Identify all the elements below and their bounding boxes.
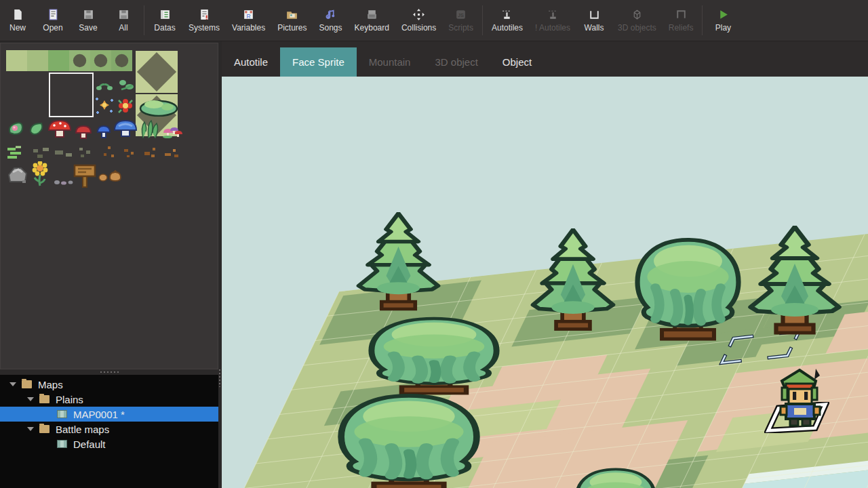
tab-face-sprite[interactable]: Face Sprite [280, 47, 357, 77]
toolbar-button-walls[interactable]: Walls [576, 1, 612, 39]
palette-sprite-specks[interactable] [101, 145, 117, 160]
palette-sprite-berry[interactable] [6, 119, 25, 138]
tree-item-map0001-[interactable]: MAP0001 * [0, 407, 218, 422]
toolbar-button-scripts: Scripts [442, 1, 479, 39]
tree-item-label: MAP0001 * [73, 409, 125, 420]
palette-sprite-mush-red-big[interactable] [47, 118, 73, 140]
palette-sprite-debris[interactable] [32, 145, 52, 160]
palette-sprite-tile-circle2[interactable] [90, 50, 111, 71]
tileset-palette[interactable] [0, 43, 218, 369]
toolbar-button-pictures[interactable]: Pictures [271, 1, 313, 39]
cube-icon [631, 8, 644, 21]
file-icon [12, 8, 24, 21]
toolbar: NewOpenSaveAllDatasSystemsVariablesPictu… [0, 0, 868, 41]
horizontal-splitter[interactable] [0, 369, 218, 375]
mush-red-big-icon [47, 118, 73, 140]
palette-sprite-tile-light[interactable] [6, 50, 27, 71]
tree-pine-s-icon [51, 75, 92, 115]
palette-sprite-tile-circle[interactable] [69, 50, 90, 71]
tree-item-default[interactable]: Default [0, 436, 218, 451]
tree-item-battle-maps[interactable]: Battle maps [0, 422, 218, 436]
palette-sprite-tile-green[interactable] [48, 50, 69, 71]
palette-sprite-specks4[interactable] [162, 145, 181, 160]
autotiles-icon [500, 8, 513, 21]
specks2-icon [121, 145, 138, 160]
palette-sprite-pebbles[interactable] [54, 178, 74, 186]
mush-blue-big-icon [113, 118, 138, 138]
palette-sprite-tile-diamond[interactable] [136, 50, 178, 94]
expand-arrow-icon[interactable] [27, 397, 34, 401]
songs-icon [324, 8, 337, 21]
saveall-icon [117, 8, 130, 21]
keyboard-icon [366, 8, 378, 21]
toolbar-button-autotiles[interactable]: Autotiles [486, 1, 529, 39]
palette-sprite-tree-round-s[interactable] [5, 72, 47, 115]
tree-item-label: Maps [38, 379, 63, 390]
reliefs-icon [675, 8, 688, 21]
toolbar-button-all[interactable]: All [106, 1, 141, 39]
toolbar-button-systems[interactable]: Systems [182, 1, 226, 39]
palette-sprite-bush[interactable] [139, 98, 178, 117]
toolbar-button-collisions[interactable]: Collisions [395, 1, 442, 39]
toolbar-button-play[interactable]: Play [705, 1, 741, 39]
palette-sprite-debris2[interactable] [54, 145, 75, 160]
tab-autotile[interactable]: Autotile [222, 47, 280, 77]
palette-sprite-specks3[interactable] [142, 145, 159, 160]
save-icon [82, 8, 95, 21]
toolbar-button-variables[interactable]: Variables [226, 1, 271, 39]
palette-sprite-mush-tiny[interactable] [162, 125, 184, 138]
palette-sprite-sparkle[interactable] [94, 95, 115, 115]
toolbar-button-datas[interactable]: Datas [147, 1, 182, 39]
toolbar-button-open[interactable]: Open [35, 1, 71, 39]
folder-icon [39, 395, 50, 403]
tree-item-label: Battle maps [56, 424, 109, 435]
palette-sprite-tree-pine-s[interactable] [51, 75, 92, 115]
expand-arrow-icon[interactable] [27, 427, 34, 431]
sparkle-icon [94, 95, 115, 115]
toolbar-button-save[interactable]: Save [71, 1, 106, 39]
palette-sprite-debris3[interactable] [77, 145, 94, 160]
walls-icon [588, 8, 601, 21]
map-icon [57, 410, 67, 418]
toolbar-button-label: Save [79, 23, 97, 33]
mush-red-s-icon [74, 123, 93, 140]
palette-sprite-grass-decal[interactable] [6, 144, 29, 161]
tab-object[interactable]: Object [490, 47, 544, 77]
palette-sprite-tile-mid[interactable] [27, 50, 48, 71]
specks-icon [101, 145, 117, 160]
toolbar-button-label: Pictures [277, 23, 307, 33]
palette-sprite-mush-blue-s[interactable] [96, 123, 111, 140]
map-canvas[interactable] [222, 77, 868, 488]
toolbar-button-keyboard[interactable]: Keyboard [349, 1, 395, 39]
palette-sprite-mush-blue-big[interactable] [113, 118, 138, 138]
editor-tabbar: AutotileFace SpriteMountain3D objectObje… [222, 41, 868, 77]
splitter-handle-icon [219, 369, 220, 387]
toolbar-button-label: Variables [232, 23, 265, 33]
palette-sprite-tile-circle3[interactable] [111, 50, 132, 71]
palette-sprite-leaf[interactable] [28, 121, 45, 137]
folder-icon [39, 425, 50, 433]
palette-sprite-rock[interactable] [6, 164, 29, 187]
expand-arrow-icon[interactable] [9, 382, 16, 386]
pictures-icon [285, 8, 298, 21]
palette-sprite-sign[interactable] [73, 163, 97, 188]
tree-item-maps[interactable]: Maps [0, 377, 218, 392]
palette-sprite-flower-yellow[interactable] [29, 161, 51, 188]
toolbar-button-label: Songs [319, 23, 342, 33]
sign-icon [73, 163, 97, 188]
palette-sprite-sprout[interactable] [96, 79, 113, 96]
toolbar-button-songs[interactable]: Songs [313, 1, 349, 39]
palette-sprite-pouch[interactable] [108, 169, 123, 182]
tree-item-plains[interactable]: Plains [0, 392, 218, 407]
play-icon [717, 8, 730, 21]
palette-sprite-flower-red[interactable] [116, 96, 135, 115]
palette-sprite-nut[interactable] [98, 174, 108, 182]
toolbar-button-new[interactable]: New [0, 1, 35, 39]
toolbar-button-label: Collisions [401, 23, 436, 33]
sprout2-icon [117, 77, 135, 94]
palette-sprite-grass-tuft[interactable] [139, 118, 161, 140]
palette-sprite-mush-red-s[interactable] [74, 123, 93, 140]
palette-sprite-sprout2[interactable] [117, 77, 135, 94]
leaf-icon [28, 121, 45, 137]
palette-sprite-specks2[interactable] [121, 145, 138, 160]
